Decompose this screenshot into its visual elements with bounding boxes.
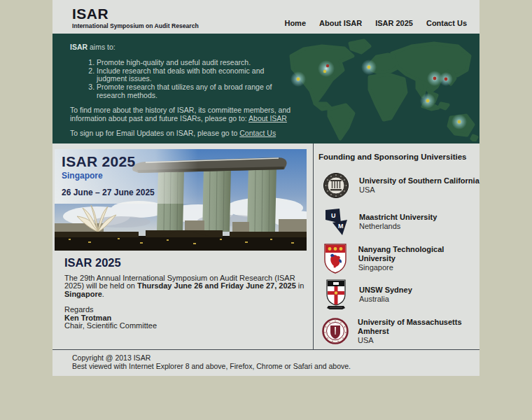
hero-title: ISAR 2025 xyxy=(62,154,155,169)
announcement-heading: ISAR 2025 xyxy=(64,259,306,267)
university-row-maastricht: U M Maastricht University Netherlands xyxy=(318,204,479,240)
marker-japan xyxy=(439,72,453,86)
left-column: ISAR 2025 Singapore 26 June – 27 June 20… xyxy=(52,144,313,349)
nav-item-isar-2025[interactable]: ISAR 2025 xyxy=(375,19,413,27)
nav-item-home[interactable]: Home xyxy=(284,19,306,27)
banner-text-block: ISAR aims to: Promote high-quality and u… xyxy=(52,34,294,138)
university-country: Australia xyxy=(359,295,412,304)
world-map-graphic xyxy=(287,36,479,141)
logo-subtitle: International Symposium on Audit Researc… xyxy=(72,23,199,29)
university-country: Singapore xyxy=(358,263,479,272)
university-name: University of Massachusetts Amherst xyxy=(358,318,479,336)
site-footer: Copyright @ 2013 ISAR Best viewed with I… xyxy=(52,349,479,376)
main-section: ISAR 2025 Singapore 26 June – 27 June 20… xyxy=(52,144,479,349)
hero-dates: 26 June – 27 June 2025 xyxy=(62,188,155,197)
announcement-bold-place: Singapore xyxy=(64,290,102,298)
site-header: ISAR International Symposium on Audit Re… xyxy=(52,0,479,34)
marker-toronto xyxy=(318,60,335,77)
ntu-crest-icon xyxy=(322,243,349,274)
university-country: USA xyxy=(358,336,479,345)
maastricht-logo-icon: U M xyxy=(322,208,350,236)
banner-signup-text: To sign up for Email Updates on ISAR, pl… xyxy=(70,129,239,137)
marker-europe xyxy=(361,59,377,75)
aim-item-2: Include research that deals with both ec… xyxy=(97,67,294,83)
hero-image: ISAR 2025 Singapore 26 June – 27 June 20… xyxy=(55,149,307,251)
university-row-unsw: UNSW Sydney Australia xyxy=(318,276,479,313)
university-text: University of Massachusetts Amherst USA xyxy=(358,318,479,345)
announcement-bold-dates: Thursday June 26 and Friday June 27, 202… xyxy=(137,281,296,290)
signature-regards: Regards xyxy=(64,306,306,314)
sponsors-column: Founding and Sponsoring Universities xyxy=(313,144,479,349)
umass-seal-icon xyxy=(322,318,349,344)
usc-seal-icon xyxy=(322,172,350,199)
logo-title: ISAR xyxy=(72,6,199,21)
about-isar-link[interactable]: About ISAR xyxy=(248,114,287,122)
announcement-body-end: . xyxy=(102,290,104,298)
svg-text:U: U xyxy=(331,212,336,219)
aim-item-3: Promote research that utilizes any of a … xyxy=(97,83,294,99)
footer-browser-note: Best viewed with Internet Explorer 8 and… xyxy=(72,363,479,371)
university-text: UNSW Sydney Australia xyxy=(359,286,412,304)
site-logo: ISAR International Symposium on Audit Re… xyxy=(72,6,199,29)
footer-copyright: Copyright @ 2013 ISAR xyxy=(72,354,479,363)
university-text: University of Southern California USA xyxy=(359,176,479,195)
banner-aims-list: Promote high-quality and useful audit re… xyxy=(97,59,294,100)
university-text: Maastricht University Netherlands xyxy=(359,213,437,231)
university-name: Nanyang Technological University xyxy=(358,245,479,263)
university-text: Nanyang Technological University Singapo… xyxy=(358,245,479,272)
banner-signup-para: To sign up for Email Updates on ISAR, pl… xyxy=(70,130,294,138)
university-country: USA xyxy=(359,186,479,195)
hero-text-overlay: ISAR 2025 Singapore 26 June – 27 June 20… xyxy=(62,154,155,197)
university-row-usc: University of Southern California USA xyxy=(318,167,479,204)
aim-item-1: Promote high-quality and useful audit re… xyxy=(97,59,294,67)
banner-intro-bold: ISAR xyxy=(70,43,88,51)
announcement-body-middle: in xyxy=(296,281,304,290)
marker-singapore xyxy=(420,93,435,108)
intro-banner: ISAR aims to: Promote high-quality and u… xyxy=(52,34,479,144)
svg-text:M: M xyxy=(338,223,344,230)
university-country: Netherlands xyxy=(359,222,437,231)
banner-history-para: To find more about the history of ISAR, … xyxy=(70,106,294,122)
nav-item-about-isar[interactable]: About ISAR xyxy=(319,19,362,27)
banner-intro-rest: aims to: xyxy=(88,43,115,51)
university-name: University of Southern California xyxy=(359,176,479,186)
signature-title: Chair, Scientific Committee xyxy=(64,322,306,330)
announcement-block: ISAR 2025 The 29th Annual International … xyxy=(55,251,313,330)
contact-us-link[interactable]: Contact Us xyxy=(239,129,276,137)
main-nav: Home About ISAR ISAR 2025 Contact Us xyxy=(284,19,467,29)
university-row-ntu: Nanyang Technological University Singapo… xyxy=(318,240,479,276)
university-name: Maastricht University xyxy=(359,213,437,222)
unsw-crest-icon xyxy=(322,279,350,311)
announcement-body: The 29th Annual International Symposium … xyxy=(64,274,306,299)
banner-intro: ISAR aims to: xyxy=(70,43,294,52)
hero-location: Singapore xyxy=(62,172,155,180)
sponsors-heading: Founding and Sponsoring Universities xyxy=(318,153,479,161)
nav-item-contact-us[interactable]: Contact Us xyxy=(426,19,467,27)
marker-australia xyxy=(451,114,467,130)
page-container: ISAR International Symposium on Audit Re… xyxy=(52,0,479,376)
university-name: UNSW Sydney xyxy=(359,286,412,295)
university-row-umass: University of Massachusetts Amherst USA xyxy=(318,313,479,349)
